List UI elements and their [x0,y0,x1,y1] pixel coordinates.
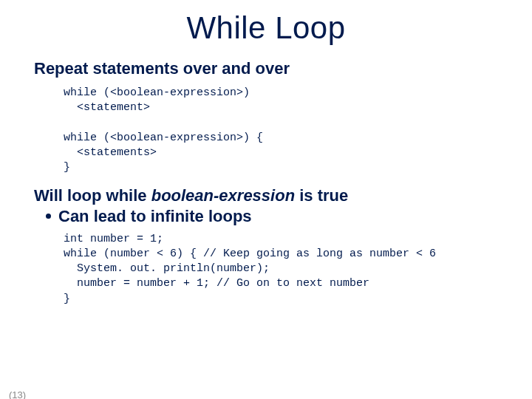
code-block-example: int number = 1; while (number < 6) { // … [64,232,532,307]
bullet-text: Can lead to infinite loops [58,207,252,225]
bullet-icon [46,214,51,219]
will-suffix: is true [295,186,348,205]
will-italic: boolean-exression [151,186,295,205]
bullet-line: Can lead to infinite loops [46,207,532,226]
slide-title: While Loop [0,10,532,46]
page-number: (13) [9,389,26,399]
code-block-syntax: while (<boolean-expression>) <statement>… [64,86,532,176]
will-loop-line: Will loop while boolean-exression is tru… [34,186,532,205]
will-prefix: Will loop while [34,186,151,205]
slide: While Loop Repeat statements over and ov… [0,10,532,399]
subtitle: Repeat statements over and over [34,59,532,78]
